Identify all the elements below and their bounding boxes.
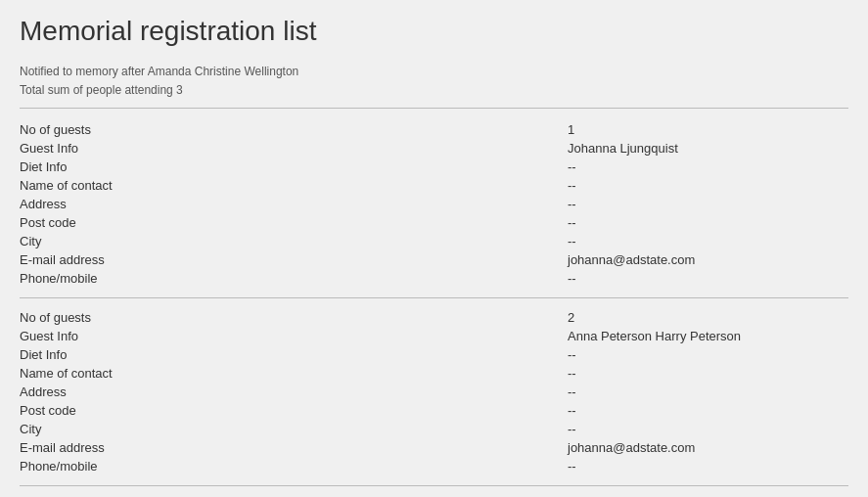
label-diet-info-1: Diet Info [20, 159, 568, 174]
value-post-code-1: -- [568, 215, 848, 230]
value-guest-info-2: Anna Peterson Harry Peterson [568, 329, 848, 343]
label-post-code-1: Post code [20, 215, 568, 230]
value-no-of-guests-1: 1 [568, 122, 848, 137]
subtitle-line2: Total sum of people attending 3 [20, 81, 848, 100]
row-guest-info-2: Guest InfoAnna Peterson Harry Peterson [20, 327, 848, 345]
label-name-of-contact-2: Name of contact [20, 366, 568, 381]
value-name-of-contact-2: -- [568, 366, 848, 381]
label-name-of-contact-1: Name of contact [20, 178, 568, 193]
label-city-2: City [20, 422, 568, 436]
registration-block-2: No of guests2Guest InfoAnna Peterson Har… [20, 308, 848, 475]
label-no-of-guests-2: No of guests [20, 310, 568, 325]
label-phone-2: Phone/mobile [20, 459, 568, 474]
value-diet-info-1: -- [568, 159, 848, 174]
label-email-1: E-mail address [20, 252, 568, 267]
top-divider [20, 108, 848, 109]
row-post-code-1: Post code-- [20, 213, 848, 232]
row-name-of-contact-1: Name of contact-- [20, 176, 848, 195]
label-address-1: Address [20, 197, 568, 211]
row-email-1: E-mail addressjohanna@adstate.com [20, 250, 848, 269]
row-phone-1: Phone/mobile-- [20, 269, 848, 288]
label-phone-1: Phone/mobile [20, 271, 568, 286]
row-no-of-guests-2: No of guests2 [20, 308, 848, 327]
label-guest-info-1: Guest Info [20, 141, 568, 156]
separator-2 [20, 485, 848, 486]
value-name-of-contact-1: -- [568, 178, 848, 193]
row-no-of-guests-1: No of guests1 [20, 120, 848, 139]
value-email-2: johanna@adstate.com [568, 440, 848, 455]
row-address-1: Address-- [20, 195, 848, 213]
row-city-2: City-- [20, 420, 848, 438]
row-phone-2: Phone/mobile-- [20, 457, 848, 475]
subtitle-line1: Notified to memory after Amanda Christin… [20, 63, 848, 81]
label-diet-info-2: Diet Info [20, 347, 568, 362]
value-diet-info-2: -- [568, 347, 848, 362]
separator-1 [20, 297, 848, 298]
value-address-1: -- [568, 197, 848, 211]
value-phone-2: -- [568, 459, 848, 474]
row-address-2: Address-- [20, 383, 848, 401]
row-diet-info-1: Diet Info-- [20, 158, 848, 176]
page-title: Memorial registration list [20, 16, 848, 47]
label-no-of-guests-1: No of guests [20, 122, 568, 137]
value-no-of-guests-2: 2 [568, 310, 848, 325]
row-guest-info-1: Guest InfoJohanna Ljungquist [20, 139, 848, 158]
row-name-of-contact-2: Name of contact-- [20, 364, 848, 383]
label-email-2: E-mail address [20, 440, 568, 455]
row-email-2: E-mail addressjohanna@adstate.com [20, 438, 848, 457]
value-phone-1: -- [568, 271, 848, 286]
value-post-code-2: -- [568, 403, 848, 418]
subtitle: Notified to memory after Amanda Christin… [20, 63, 848, 100]
label-city-1: City [20, 234, 568, 248]
label-post-code-2: Post code [20, 403, 568, 418]
label-guest-info-2: Guest Info [20, 329, 568, 343]
registration-block-1: No of guests1Guest InfoJohanna Ljungquis… [20, 120, 848, 288]
value-city-2: -- [568, 422, 848, 436]
value-email-1: johanna@adstate.com [568, 252, 848, 267]
row-diet-info-2: Diet Info-- [20, 345, 848, 364]
row-post-code-2: Post code-- [20, 401, 848, 420]
value-guest-info-1: Johanna Ljungquist [568, 141, 848, 156]
registrations-container: No of guests1Guest InfoJohanna Ljungquis… [20, 120, 848, 486]
row-city-1: City-- [20, 232, 848, 250]
value-address-2: -- [568, 384, 848, 399]
value-city-1: -- [568, 234, 848, 248]
label-address-2: Address [20, 384, 568, 399]
